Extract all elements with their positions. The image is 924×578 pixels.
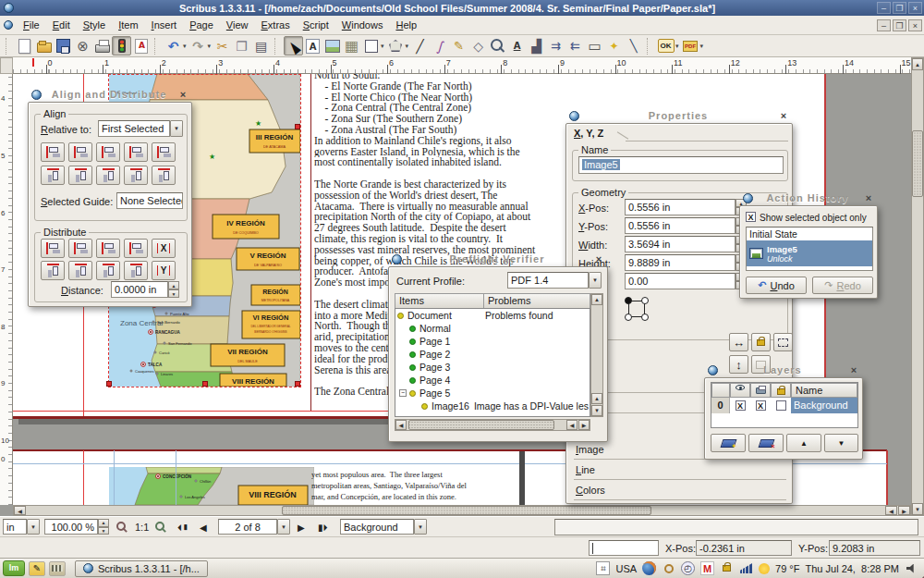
volume-icon[interactable] [905,561,918,575]
selection-handle-bottom-right[interactable] [295,381,300,387]
print-document-icon[interactable] [92,36,112,55]
preflight-titlebar[interactable]: Preflight Verifier × [389,251,607,267]
layer-row[interactable]: 0 X X Background [711,398,857,413]
print-col-header[interactable] [750,383,771,398]
scroll-left-arrow-2[interactable]: ◀ [885,506,897,515]
relative-to-combo[interactable]: First Selected [98,120,170,137]
undo-dropdown[interactable]: ▾ [183,43,187,50]
menu-file[interactable]: File [17,17,46,33]
layer-dropdown[interactable]: ▼ [414,519,427,535]
clock-tray-icon[interactable]: ◴ [681,561,695,575]
pdf-tools-dropdown[interactable]: ▾ [700,43,704,50]
tab-xyz[interactable]: X, Y, Z [574,128,603,139]
distribute-x-button[interactable]: X [152,239,176,258]
lower-layer-button[interactable]: ▼ [824,434,858,452]
zoom-out-icon[interactable] [116,522,126,531]
distribute-bottom-sides-button[interactable] [96,261,120,280]
menu-help[interactable]: Help [389,17,423,33]
last-page-button[interactable]: ▮⏵ [318,523,328,534]
page2-text-frame[interactable]: yet most populous area. The three larges… [311,469,487,502]
horizontal-scroll-thumb[interactable] [282,506,651,515]
ruler-origin-button[interactable] [0,57,13,74]
rotation-field[interactable]: 0.00 [625,273,736,289]
network-signal-icon[interactable] [739,561,753,575]
lock-object-button[interactable] [751,333,771,351]
insert-text-frame-icon[interactable]: A [303,36,322,55]
lock-col-header[interactable] [771,383,791,398]
relative-to-dropdown[interactable]: ▼ [170,120,183,137]
distribute-right-sides-button[interactable] [96,239,120,258]
history-list[interactable]: Initial State Image5 Unlock [746,227,873,271]
layers-close-icon[interactable]: × [847,364,860,376]
properties-titlebar[interactable]: Properties × [566,107,792,124]
scroll-left-arrow[interactable]: ◀ [14,506,26,515]
tab-line-section[interactable]: Line [576,464,595,475]
flip-horizontal-button[interactable]: ↔ [729,333,748,351]
menu-item[interactable]: Item [112,17,144,33]
menu-script[interactable]: Script [297,17,335,33]
distribute-centers-vertical-button[interactable] [68,261,92,280]
export-pdf-icon[interactable] [131,36,151,55]
mint-menu-button[interactable]: lm [3,560,25,576]
select-item-icon[interactable]: ▲ [284,36,303,55]
vertical-scroll-thumb[interactable] [912,130,923,197]
redo-icon[interactable]: ↷ [188,36,208,55]
menu-extras[interactable]: Extras [254,17,296,33]
history-item-selected[interactable]: Image5 Unlock [747,240,872,266]
raise-layer-button[interactable]: ▲ [786,434,821,452]
weather-sun-icon[interactable] [759,563,770,574]
action-history-close-icon[interactable]: × [862,192,875,204]
insert-bezier-icon[interactable]: ∫ [430,36,449,55]
xpos-field[interactable]: 0.5556 in [625,199,736,215]
temperature-label[interactable]: 79 °F [775,563,799,574]
show-selected-checkbox[interactable]: X [746,212,756,222]
distribute-y-button[interactable]: Y [152,261,176,280]
preflight-row-normal[interactable]: Normal [395,322,590,335]
preflight-hscrollbar[interactable]: ◀ ◀ ▶ [395,419,590,431]
tab-colors[interactable]: Colors [576,485,605,496]
zoom-spinner[interactable]: ▲▼ [98,519,109,535]
ok-tool-icon[interactable]: OK [656,36,675,55]
preflight-row-page-4[interactable]: Page 4 [395,374,590,387]
horizontal-ruler[interactable]: 0123456789101112131415 [13,57,911,74]
window-close-button[interactable]: × [908,2,922,14]
unit-dropdown[interactable]: ▼ [27,519,40,535]
align-left-side-button[interactable] [41,142,65,162]
basepoint-selector[interactable] [625,297,649,321]
paste-icon[interactable]: ▤ [251,36,271,55]
layers-titlebar[interactable]: Layers × [705,362,862,378]
insert-polygon-icon[interactable] [386,36,406,55]
preflight-list[interactable]: DocumentProblems foundNormalPage 1Page 2… [395,308,590,417]
distribute-equal-vertical-button[interactable] [124,261,148,280]
name-field[interactable]: Image5 [578,156,784,174]
link-text-frames-icon[interactable]: ⇉ [546,36,565,55]
lock-tray-icon[interactable] [720,561,734,575]
vertical-ruler[interactable]: 456789100 [0,74,13,505]
align-center-vertical-button[interactable] [96,166,120,185]
vertical-scrollbar[interactable]: ▲ ▼ [911,57,924,516]
keyboard-layout-icon[interactable]: ⌗ [596,561,610,575]
properties-close-icon[interactable]: × [777,110,790,122]
unit-combo[interactable]: in [3,519,27,535]
preflight-verifier-icon[interactable] [112,36,131,55]
insert-line-icon[interactable]: ╱ [410,36,430,55]
distance-spinner[interactable]: ▲▼ [168,281,179,298]
add-layer-button[interactable] [711,434,746,452]
window-titlebar[interactable]: Scribus 1.3.3.11 - [/home/zach/Documents… [0,0,924,16]
preflight-row-page-3[interactable]: Page 3 [395,361,590,374]
selection-handle-right[interactable] [295,124,300,129]
next-page-button[interactable]: ▶ [298,523,305,533]
ypos-field[interactable]: 0.5556 in [625,217,736,234]
distribute-centers-horizontal-button[interactable] [68,239,92,258]
close-document-icon[interactable]: ⊗ [73,36,92,55]
child-minimize-button[interactable]: – [877,19,891,31]
first-page-button[interactable]: ⏴▮ [177,523,189,534]
insert-polygon-dropdown[interactable]: ▾ [406,43,409,50]
action-history-titlebar[interactable]: Action History × [740,190,877,206]
align-bottom-side-button[interactable] [152,166,176,185]
save-document-icon[interactable] [54,36,73,55]
scroll-down-arrow[interactable]: ▼ [912,503,923,515]
distance-field[interactable]: 0.0000 in [111,281,168,298]
distribute-equal-horizontal-button[interactable] [124,239,148,258]
width-field[interactable]: 3.5694 in [625,236,736,252]
